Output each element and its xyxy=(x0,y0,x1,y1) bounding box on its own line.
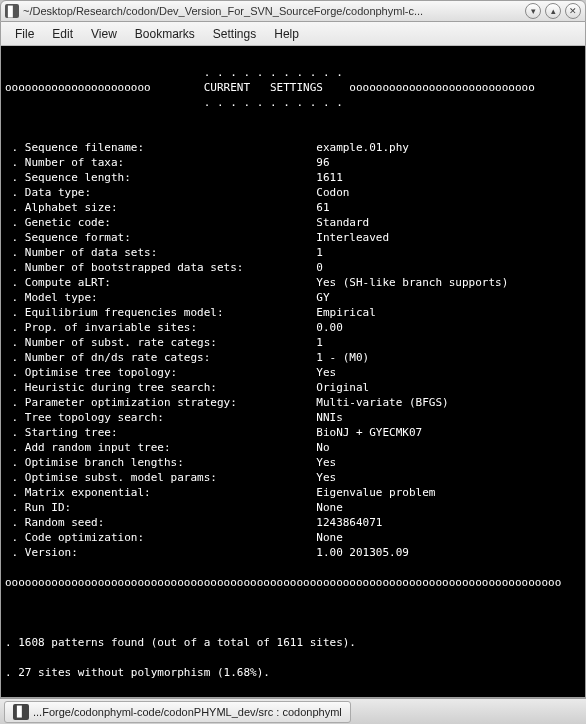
terminal-task-icon: ▋ xyxy=(13,704,29,720)
terminal-container: . . . . . . . . . . . oooooooooooooooooo… xyxy=(0,46,586,698)
menu-view[interactable]: View xyxy=(83,25,125,43)
window-titlebar: ▋ ~/Desktop/Research/codon/Dev_Version_F… xyxy=(0,0,586,22)
taskbar-entry[interactable]: ▋ ...Forge/codonphyml-code/codonPHYML_de… xyxy=(4,701,351,723)
terminal-output[interactable]: . . . . . . . . . . . oooooooooooooooooo… xyxy=(5,50,581,693)
minimize-button[interactable]: ▾ xyxy=(525,3,541,19)
menu-settings[interactable]: Settings xyxy=(205,25,264,43)
menu-edit[interactable]: Edit xyxy=(44,25,81,43)
menu-file[interactable]: File xyxy=(7,25,42,43)
taskbar-label: ...Forge/codonphyml-code/codonPHYML_dev/… xyxy=(33,706,342,718)
menu-help[interactable]: Help xyxy=(266,25,307,43)
menu-bookmarks[interactable]: Bookmarks xyxy=(127,25,203,43)
maximize-button[interactable]: ▴ xyxy=(545,3,561,19)
menubar: File Edit View Bookmarks Settings Help xyxy=(0,22,586,46)
terminal-app-icon: ▋ xyxy=(5,4,19,18)
taskbar: ▋ ...Forge/codonphyml-code/codonPHYML_de… xyxy=(0,698,586,724)
close-button[interactable]: ✕ xyxy=(565,3,581,19)
window-title: ~/Desktop/Research/codon/Dev_Version_For… xyxy=(23,5,521,17)
